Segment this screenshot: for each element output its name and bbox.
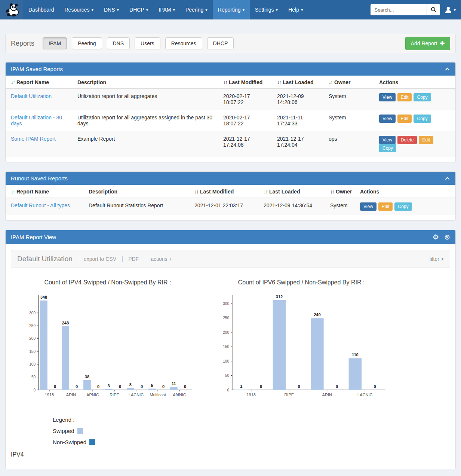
- sort-icon[interactable]: ↓↑: [223, 79, 227, 85]
- table-row: Default UtilizationUtilization report fo…: [6, 89, 455, 110]
- nav-item-dashboard[interactable]: Dashboard: [23, 0, 59, 19]
- svg-text:1: 1: [240, 384, 242, 388]
- delete-button[interactable]: Delete: [397, 136, 417, 144]
- svg-text:5: 5: [151, 383, 153, 388]
- collapse-chevron-up-icon[interactable]: [445, 67, 450, 71]
- view-button[interactable]: View: [379, 115, 396, 123]
- charts-row: Count of IPV4 Swipped / Non-Swipped By R…: [6, 279, 455, 403]
- app-logo[interactable]: [0, 0, 23, 19]
- nav-item-label: DHCP: [129, 7, 144, 13]
- column-header: ↓↑Last Loaded: [273, 76, 325, 89]
- nav-item-peering[interactable]: Peering▾: [180, 0, 213, 19]
- svg-text:300: 300: [29, 311, 36, 315]
- svg-text:RIPE: RIPE: [284, 393, 294, 397]
- actions-cell: ViewEditCopy: [356, 198, 455, 216]
- actions-menu[interactable]: actions +: [151, 256, 172, 262]
- search-input[interactable]: [371, 4, 427, 15]
- sort-icon[interactable]: ↓↑: [194, 189, 198, 195]
- svg-text:LACNIC: LACNIC: [129, 393, 144, 397]
- section-label-ipv4: IPV4: [11, 451, 455, 458]
- gear-icon[interactable]: ⚙: [433, 234, 439, 241]
- nav-item-ipam[interactable]: IPAM▾: [153, 0, 180, 19]
- svg-text:250: 250: [29, 324, 36, 328]
- view-button[interactable]: View: [379, 136, 396, 144]
- svg-text:APNIC: APNIC: [86, 393, 99, 397]
- plus-icon: ✚: [440, 40, 445, 47]
- last-modified: 2021-12-01 22:03:17: [191, 198, 260, 216]
- nav-item-dns[interactable]: DNS▾: [99, 0, 124, 19]
- owner: ops: [325, 131, 375, 157]
- export-pdf-link[interactable]: PDF: [128, 256, 139, 262]
- search-button[interactable]: [427, 4, 440, 15]
- view-button[interactable]: View: [379, 93, 396, 101]
- nav-item-resources[interactable]: Resources▾: [59, 0, 99, 19]
- svg-text:3: 3: [108, 384, 110, 388]
- report-tab-peering[interactable]: Peering: [72, 37, 102, 49]
- edit-button[interactable]: Edit: [378, 202, 393, 211]
- svg-text:200: 200: [223, 330, 229, 335]
- nav-item-settings[interactable]: Settings▾: [250, 0, 283, 19]
- edit-button[interactable]: Edit: [397, 115, 412, 123]
- filter-toggle[interactable]: filter >: [429, 256, 444, 262]
- svg-text:0: 0: [298, 384, 300, 389]
- svg-text:348: 348: [40, 295, 47, 299]
- copy-button[interactable]: Copy: [414, 115, 431, 123]
- copy-button[interactable]: Copy: [379, 144, 396, 152]
- svg-text:1918: 1918: [247, 393, 256, 397]
- column-header: ↓↑Report Name: [6, 76, 74, 89]
- export-csv-link[interactable]: export to CSV: [84, 256, 116, 262]
- svg-text:ARIN: ARIN: [322, 393, 332, 397]
- report-tab-dhcp[interactable]: DHCP: [207, 37, 234, 49]
- sort-icon[interactable]: ↓↑: [11, 189, 15, 195]
- last-loaded: 2021-12-17 17:24:04: [273, 131, 325, 157]
- svg-text:8: 8: [129, 382, 132, 387]
- svg-text:248: 248: [62, 321, 69, 325]
- sort-icon[interactable]: ↓↑: [330, 189, 334, 195]
- legend-item: Non-Swipped: [53, 436, 455, 448]
- chevron-down-icon: ▾: [205, 7, 208, 12]
- chevron-down-icon: ▾: [301, 7, 303, 12]
- report-name-link[interactable]: Default Runout - All types: [11, 202, 70, 208]
- sort-icon[interactable]: ↓↑: [11, 79, 15, 85]
- sort-icon[interactable]: ↓↑: [277, 79, 281, 85]
- report-tab-ipam[interactable]: IPAM: [43, 37, 67, 49]
- navbar-search: [371, 4, 440, 15]
- svg-text:0: 0: [227, 388, 229, 392]
- sort-icon[interactable]: ↓↑: [329, 79, 332, 85]
- user-menu[interactable]: ▾: [445, 6, 456, 13]
- reports-label: Reports: [11, 40, 34, 48]
- top-navbar: DashboardResources▾DNS▾DHCP▾IPAM▾Peering…: [0, 0, 461, 19]
- view-button[interactable]: View: [360, 202, 377, 211]
- svg-text:100: 100: [223, 359, 229, 363]
- report-tab-resources[interactable]: Resources: [165, 37, 202, 49]
- add-report-button[interactable]: Add Report ✚: [405, 37, 450, 50]
- report-name-link[interactable]: Some IPAM Report: [11, 136, 56, 142]
- chevron-down-icon: ▾: [242, 7, 245, 12]
- collapse-chevron-up-icon[interactable]: [445, 176, 450, 181]
- svg-text:250: 250: [223, 316, 229, 320]
- nav-item-label: Reporting: [218, 7, 241, 13]
- svg-text:Multicast: Multicast: [150, 393, 166, 397]
- svg-text:150: 150: [223, 345, 229, 349]
- report-tab-users[interactable]: Users: [135, 37, 160, 49]
- nav-item-help[interactable]: Help▾: [283, 0, 308, 19]
- runout-saved-reports-panel: Runout Saved Reports ↓↑Report NameDescri…: [5, 171, 456, 221]
- edit-button[interactable]: Edit: [397, 93, 412, 101]
- copy-button[interactable]: Copy: [414, 93, 431, 101]
- column-header: Actions: [356, 185, 455, 198]
- report-name-link[interactable]: Default Utilization: [11, 93, 52, 99]
- sort-icon[interactable]: ↓↑: [264, 189, 267, 195]
- copy-button[interactable]: Copy: [394, 202, 412, 211]
- svg-text:ARIN: ARIN: [66, 393, 76, 397]
- nav-item-dhcp[interactable]: DHCP▾: [124, 0, 153, 19]
- svg-text:0: 0: [119, 384, 121, 389]
- report-tab-dns[interactable]: DNS: [107, 37, 130, 49]
- chevron-down-icon: ▾: [454, 7, 456, 12]
- close-circle-icon[interactable]: ⊗: [444, 234, 450, 241]
- report-name-link[interactable]: Default Utilization - 30 days: [11, 115, 62, 126]
- divider: |: [122, 256, 123, 262]
- nav-item-reporting[interactable]: Reporting▾: [213, 0, 250, 19]
- owner: System: [325, 110, 375, 131]
- column-header: Actions: [375, 76, 455, 89]
- edit-button[interactable]: Edit: [419, 136, 433, 144]
